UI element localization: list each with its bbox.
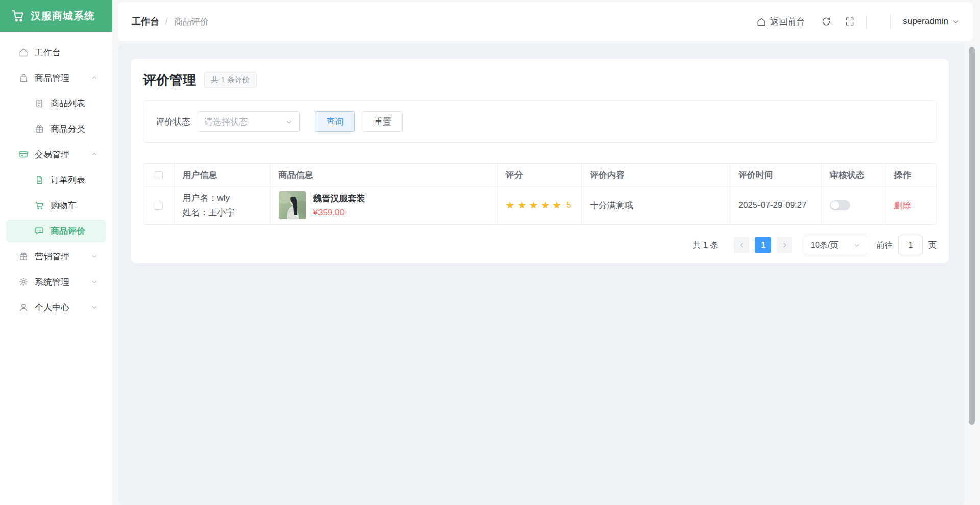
table-row: 用户名：wly 姓名：王小宇 <box>143 186 937 224</box>
page-size-select[interactable]: 10条/页 <box>804 236 867 254</box>
goto-page-input[interactable] <box>898 236 923 254</box>
row-username: 用户名：wly <box>183 191 262 205</box>
refresh-icon[interactable] <box>821 16 831 27</box>
sidebar-group-profile-center[interactable]: 个人中心 <box>0 296 112 319</box>
column-user-info: 用户信息 <box>174 164 270 186</box>
sidebar-item-label: 交易管理 <box>35 149 69 160</box>
back-to-frontend-label: 返回前台 <box>770 16 805 28</box>
sidebar-item-workbench[interactable]: 工作台 <box>0 41 112 63</box>
sidebar-item-label: 商品列表 <box>51 98 85 109</box>
gear-icon <box>18 277 29 287</box>
home-icon <box>756 17 766 27</box>
star-icon: ★ <box>552 199 561 211</box>
page-size-value: 10条/页 <box>811 240 838 251</box>
top-header: 工作台 / 商品评价 返回前台 superadmin <box>118 2 973 41</box>
reset-button[interactable]: 重置 <box>363 111 403 132</box>
chevron-up-icon <box>91 151 98 158</box>
sidebar-menu: 工作台 商品管理 商品列表 商品分类 <box>0 32 112 319</box>
rating-cell: ★★★★★ 5 <box>497 186 581 224</box>
vertical-scrollbar[interactable] <box>969 47 975 425</box>
chevron-down-icon <box>91 278 98 285</box>
sidebar-group-product-manage[interactable]: 商品管理 <box>0 66 112 89</box>
sidebar-item-label: 工作台 <box>35 46 61 58</box>
prev-page-button[interactable] <box>734 237 749 253</box>
goto-page-label: 前往 <box>876 240 893 251</box>
chat-icon <box>34 226 44 236</box>
product-price: ¥359.00 <box>313 208 365 218</box>
credit-card-icon <box>18 149 29 159</box>
username-label: superadmin <box>903 16 948 27</box>
cart-logo-icon <box>11 9 24 22</box>
product-info-cell: 魏晋汉服套装 ¥359.00 <box>270 186 497 224</box>
column-content: 评价内容 <box>581 164 730 186</box>
pagination-total: 共 1 条 <box>693 240 718 251</box>
clipboard-icon <box>34 98 44 108</box>
review-manage-card: 评价管理 共 1 条评价 评价状态 请选择状态 查询 重置 <box>131 59 949 263</box>
page-title-row: 评价管理 共 1 条评价 <box>143 71 937 89</box>
review-time-cell: 2025-07-29 09:27 <box>730 186 821 224</box>
page-number-current[interactable]: 1 <box>755 237 771 253</box>
filter-bar: 评价状态 请选择状态 查询 重置 <box>143 100 937 143</box>
chevron-down-icon <box>853 242 861 249</box>
sidebar-item-label: 订单列表 <box>51 174 85 186</box>
breadcrumb-current: 商品评价 <box>174 16 209 28</box>
cart-icon <box>34 200 44 210</box>
product-name: 魏晋汉服套装 <box>313 193 365 204</box>
back-to-frontend-button[interactable]: 返回前台 <box>756 16 805 28</box>
app-logo: 汉服商城系统 <box>0 0 112 32</box>
star-icon: ★ <box>541 199 550 211</box>
document-icon <box>34 175 44 185</box>
star-icon: ★ <box>529 199 538 211</box>
sidebar-item-cart[interactable]: 购物车 <box>0 194 112 217</box>
row-checkbox[interactable] <box>155 202 163 210</box>
sidebar-group-marketing-manage[interactable]: 营销管理 <box>0 245 112 268</box>
status-select[interactable]: 请选择状态 <box>198 111 300 132</box>
query-button[interactable]: 查询 <box>315 111 355 132</box>
page-unit-label: 页 <box>928 240 937 251</box>
star-rating-icons: ★★★★★ <box>506 199 562 211</box>
gift-icon <box>18 251 29 261</box>
chevron-down-icon <box>952 18 960 26</box>
sidebar-group-trade-manage[interactable]: 交易管理 <box>0 143 112 165</box>
breadcrumb: 工作台 / 商品评价 <box>132 15 209 28</box>
sidebar-item-label: 系统管理 <box>35 276 69 288</box>
star-icon: ★ <box>506 199 515 211</box>
breadcrumb-separator: / <box>165 16 168 27</box>
chevron-right-icon <box>781 242 788 249</box>
sidebar-item-label: 商品分类 <box>51 123 85 135</box>
fullscreen-icon[interactable] <box>845 16 855 27</box>
page-title: 评价管理 <box>143 71 196 89</box>
review-table: 用户信息 商品信息 评分 评价内容 评价时间 审核状态 操作 用户名：wly <box>143 164 937 224</box>
sidebar-item-label: 商品评价 <box>51 225 85 237</box>
header-divider <box>890 15 891 28</box>
select-all-checkbox[interactable] <box>155 171 163 179</box>
sidebar-item-label: 购物车 <box>51 200 77 211</box>
rating-value: 5 <box>566 200 571 210</box>
app-title: 汉服商城系统 <box>31 9 95 23</box>
header-actions: 返回前台 superadmin <box>756 15 960 28</box>
column-product-info: 商品信息 <box>270 164 497 186</box>
user-menu[interactable]: superadmin <box>903 16 960 27</box>
breadcrumb-workbench[interactable]: 工作台 <box>132 15 159 28</box>
sidebar-item-product-list[interactable]: 商品列表 <box>0 92 112 114</box>
next-page-button[interactable] <box>777 237 792 253</box>
chevron-down-icon <box>285 118 293 126</box>
audit-toggle[interactable] <box>830 200 850 210</box>
user-icon <box>18 302 29 312</box>
main-content: 评价管理 共 1 条评价 评价状态 请选择状态 查询 重置 <box>118 44 965 505</box>
sidebar-group-system-manage[interactable]: 系统管理 <box>0 271 112 293</box>
sidebar-item-order-list[interactable]: 订单列表 <box>0 169 112 191</box>
actions-cell: 删除 <box>886 186 937 224</box>
sidebar-item-product-review[interactable]: 商品评价 <box>6 220 106 242</box>
audit-status-cell <box>821 186 886 224</box>
sidebar: 汉服商城系统 工作台 商品管理 商品列表 <box>0 0 112 505</box>
sidebar-item-product-category[interactable]: 商品分类 <box>0 117 112 140</box>
sidebar-item-label: 个人中心 <box>35 302 69 314</box>
review-table-container: 用户信息 商品信息 评分 评价内容 评价时间 审核状态 操作 用户名：wly <box>143 163 937 225</box>
pagination: 共 1 条 1 10条/页 前往 页 <box>143 236 937 254</box>
delete-link[interactable]: 删除 <box>894 201 912 210</box>
column-actions: 操作 <box>886 164 937 186</box>
column-audit-status: 审核状态 <box>821 164 886 186</box>
sidebar-item-label: 商品管理 <box>35 72 69 84</box>
chevron-up-icon <box>91 74 98 81</box>
